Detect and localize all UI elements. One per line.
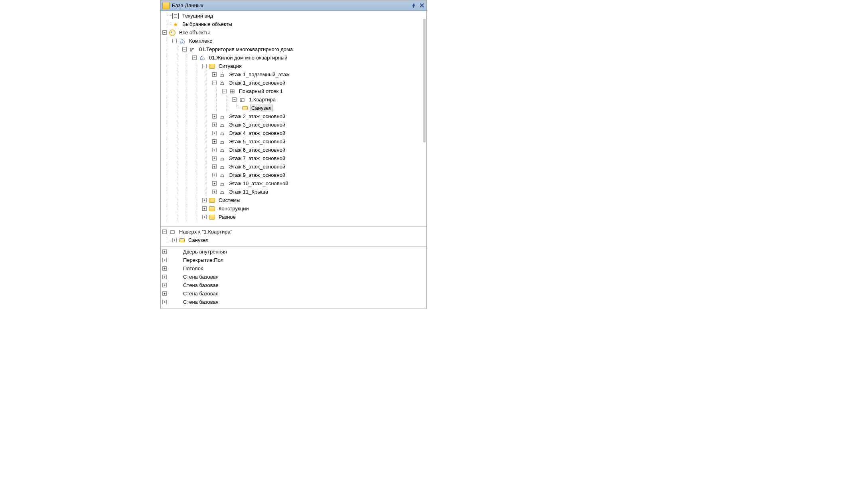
list-item[interactable]: + Стена базовая bbox=[162, 289, 426, 298]
tree-label-selected: Санузел bbox=[250, 105, 273, 111]
expand-toggle[interactable]: + bbox=[212, 156, 217, 160]
floor-icon bbox=[219, 113, 225, 120]
tree-item-floor[interactable]: + Этаж 10_этаж_основной bbox=[162, 179, 426, 188]
collapse-toggle[interactable]: − bbox=[172, 39, 177, 43]
tree-item-territory[interactable]: − 01.Территория многоквартирного дома bbox=[162, 45, 426, 53]
floor-icon bbox=[219, 122, 225, 128]
expand-toggle[interactable]: + bbox=[162, 275, 167, 279]
expand-toggle[interactable]: + bbox=[162, 249, 167, 254]
database-icon bbox=[162, 2, 170, 9]
home-icon bbox=[179, 38, 185, 44]
expand-toggle[interactable]: + bbox=[162, 291, 167, 296]
tree-label: Этаж 7_этаж_основной bbox=[228, 155, 286, 162]
collapse-toggle[interactable]: − bbox=[202, 64, 207, 68]
expand-toggle[interactable]: + bbox=[212, 164, 217, 169]
collapse-toggle[interactable]: − bbox=[212, 81, 217, 85]
list-item[interactable]: + Стена базовая bbox=[162, 281, 426, 289]
tree-item-building[interactable]: − 01.Жилой дом многоквартирный bbox=[162, 53, 426, 62]
expand-toggle[interactable]: + bbox=[162, 300, 167, 304]
tree-item-apartment[interactable]: − 1.Квартира bbox=[162, 95, 426, 104]
collapse-toggle[interactable]: − bbox=[182, 47, 187, 51]
collapse-toggle[interactable]: − bbox=[162, 230, 167, 234]
panel-title: База Данных bbox=[172, 2, 409, 8]
folder-icon bbox=[209, 198, 215, 203]
tree-item-misc[interactable]: + Разное bbox=[162, 213, 426, 221]
up-to-apartment[interactable]: − Наверх к "1.Квартира" bbox=[162, 228, 426, 236]
list-item[interactable]: + Потолок bbox=[162, 264, 426, 273]
expand-toggle[interactable]: + bbox=[172, 238, 177, 242]
tree-label: Системы bbox=[217, 197, 241, 204]
tree-item-floor[interactable]: + Этаж 8_этаж_основной bbox=[162, 162, 426, 171]
expand-toggle[interactable]: + bbox=[162, 258, 167, 262]
tree-item-floor[interactable]: + Этаж 9_этаж_основной bbox=[162, 171, 426, 179]
tree-item-floor[interactable]: + Этаж 1_подземный_этаж bbox=[162, 70, 426, 79]
floor-icon bbox=[219, 139, 225, 145]
tree-item-floor[interactable]: − Этаж 1_этаж_основной bbox=[162, 79, 426, 87]
expand-toggle[interactable]: + bbox=[202, 215, 207, 219]
tree-item-floor[interactable]: + Этаж 4_этаж_основной bbox=[162, 129, 426, 137]
tree-label: Этаж 9_этаж_основной bbox=[228, 172, 286, 178]
breadcrumb-pane: − Наверх к "1.Квартира" + Санузел bbox=[161, 226, 426, 246]
list-label: Стена базовая bbox=[182, 290, 220, 297]
tree-label: Пожарный отсек 1 bbox=[238, 88, 284, 95]
expand-toggle[interactable]: + bbox=[212, 190, 217, 194]
close-icon[interactable] bbox=[418, 2, 425, 9]
tree-label: Этаж 4_этаж_основной bbox=[228, 130, 286, 137]
tree-item-floor[interactable]: + Этаж 7_этаж_основной bbox=[162, 154, 426, 162]
expand-toggle[interactable]: + bbox=[212, 114, 217, 119]
collapse-toggle[interactable]: − bbox=[162, 30, 167, 35]
floor-icon bbox=[219, 172, 225, 178]
building-icon bbox=[199, 55, 205, 61]
tree-label: Этаж 3_этаж_основной bbox=[228, 121, 286, 128]
secondary-sanusel[interactable]: + Санузел bbox=[162, 236, 426, 244]
scrollbar[interactable] bbox=[423, 19, 426, 143]
expand-toggle[interactable]: + bbox=[212, 173, 217, 177]
floor-icon bbox=[219, 189, 225, 195]
tree-label: 01.Территория многоквартирного дома bbox=[198, 46, 294, 53]
list-item[interactable]: + Дверь внутренняя bbox=[162, 247, 426, 256]
tree-item-all-objects[interactable]: − Все объекты bbox=[162, 28, 426, 37]
tree-item-selected-objects[interactable]: ★ Выбранные объекты bbox=[162, 20, 426, 28]
expand-toggle[interactable]: + bbox=[212, 123, 217, 127]
tree-item-constructions[interactable]: + Конструкции bbox=[162, 204, 426, 213]
expand-toggle[interactable]: + bbox=[212, 148, 217, 152]
tree-item-complex[interactable]: − Комплекс bbox=[162, 37, 426, 45]
tree-item-fire-section[interactable]: − Пожарный отсек 1 bbox=[162, 87, 426, 95]
expand-toggle[interactable]: + bbox=[202, 206, 207, 211]
apartment-icon bbox=[169, 229, 176, 235]
tree-label: Конструкции bbox=[217, 205, 250, 212]
tree-item-floor[interactable]: + Этаж 3_этаж_основной bbox=[162, 121, 426, 129]
list-item[interactable]: + Стена базовая bbox=[162, 298, 426, 306]
pin-icon[interactable] bbox=[410, 2, 417, 9]
main-tree: Текущий вид ★ Выбранные объекты − Все об… bbox=[161, 11, 426, 222]
tree-label: Этаж 10_этаж_основной bbox=[228, 180, 289, 187]
expand-toggle[interactable]: + bbox=[202, 198, 207, 202]
tree-item-floor[interactable]: + Этаж 6_этаж_основной bbox=[162, 146, 426, 154]
list-item[interactable]: + Перекрытие:Пол bbox=[162, 256, 426, 264]
expand-toggle[interactable]: + bbox=[212, 131, 217, 135]
collapse-toggle[interactable]: − bbox=[192, 55, 197, 60]
folder-icon bbox=[209, 206, 215, 211]
fire-section-icon bbox=[229, 88, 235, 95]
tree-item-current-view[interactable]: Текущий вид bbox=[162, 12, 426, 20]
expand-toggle[interactable]: + bbox=[162, 283, 167, 287]
expand-toggle[interactable]: + bbox=[212, 181, 217, 186]
tree-item-sanusel[interactable]: Санузел bbox=[162, 104, 426, 112]
view-icon bbox=[172, 13, 179, 19]
tree-label: 01.Жилой дом многоквартирный bbox=[208, 54, 288, 61]
tree-label: Этаж 11_Крыша bbox=[228, 188, 269, 195]
collapse-toggle[interactable]: − bbox=[222, 89, 227, 93]
expand-toggle[interactable]: + bbox=[212, 139, 217, 144]
tree-item-floor[interactable]: + Этаж 5_этаж_основной bbox=[162, 137, 426, 146]
titlebar: База Данных bbox=[161, 0, 426, 11]
collapse-toggle[interactable]: − bbox=[232, 97, 237, 102]
tree-item-floor[interactable]: + Этаж 2_этаж_основной bbox=[162, 112, 426, 121]
tree-item-floor[interactable]: + Этаж 11_Крыша bbox=[162, 188, 426, 196]
floor-icon bbox=[219, 130, 225, 137]
list-item[interactable]: + Стена базовая bbox=[162, 273, 426, 281]
expand-toggle[interactable]: + bbox=[212, 72, 217, 77]
tree-pane[interactable]: Текущий вид ★ Выбранные объекты − Все об… bbox=[161, 11, 426, 226]
expand-toggle[interactable]: + bbox=[162, 266, 167, 271]
tree-item-situation[interactable]: − Ситуация bbox=[162, 62, 426, 70]
tree-item-systems[interactable]: + Системы bbox=[162, 196, 426, 204]
